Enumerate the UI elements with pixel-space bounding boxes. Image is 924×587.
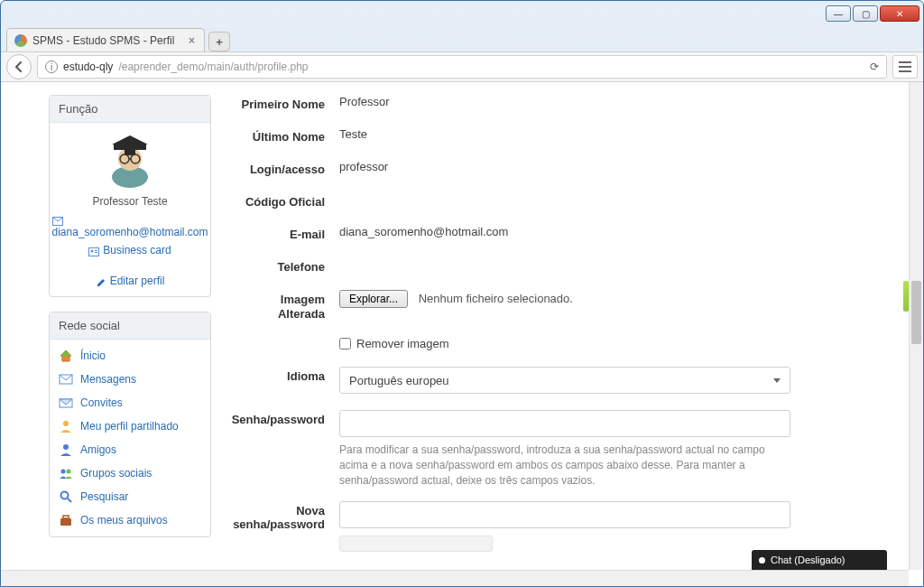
svg-point-18 — [63, 421, 69, 426]
horizontal-scrollbar[interactable] — [1, 570, 909, 586]
mail-icon — [59, 372, 73, 387]
remover-imagem-checkbox[interactable] — [339, 338, 351, 349]
label-imagem: Imagem Alterada — [231, 290, 339, 321]
sidebar-label: Grupos sociais — [80, 467, 152, 480]
svg-point-20 — [61, 470, 66, 474]
svg-rect-12 — [95, 252, 97, 253]
tab-strip: SPMS - Estudo SPMS - Perfil × + — [1, 26, 923, 51]
value-ultimo-nome: Teste — [339, 127, 861, 141]
business-card-text: Business card — [103, 244, 171, 256]
idioma-select[interactable]: Português europeu — [339, 367, 790, 394]
sidebar-label: Convites — [80, 396, 123, 409]
sidebar-item-arquivos[interactable]: Os meus arquivos — [59, 513, 201, 527]
edit-profile-link[interactable]: Editar perfil — [96, 275, 165, 287]
row-email: E-mail diana_soromenho@hotmail.com — [231, 225, 861, 241]
label-remover-imagem: Remover imagem — [356, 337, 449, 350]
close-button[interactable]: ✕ — [880, 5, 919, 22]
arrow-left-icon — [13, 61, 25, 73]
value-email: diana_soromenho@hotmail.com — [339, 225, 861, 238]
toolbar: i estudo-qly/eaprender_demo/main/auth/pr… — [1, 51, 923, 82]
sidebar-item-grupos[interactable]: Grupos sociais — [59, 466, 201, 480]
row-imagem: Imagem Alterada Explorar... Nenhum fiche… — [231, 290, 861, 321]
groups-icon — [59, 466, 73, 480]
svg-point-21 — [67, 470, 71, 474]
profile-email-link[interactable]: diana_soromenho@hotmail.com — [52, 213, 208, 238]
search-icon — [59, 489, 73, 504]
row-login: Login/acesso professor — [231, 160, 861, 176]
window-controls: — ▢ ✕ — [826, 5, 919, 22]
briefcase-icon — [59, 513, 73, 527]
senha-input[interactable] — [339, 410, 790, 437]
value-login: professor — [339, 160, 861, 173]
label-senha: Senha/password — [231, 410, 339, 426]
label-primeiro-nome: Primeiro Nome — [231, 95, 339, 111]
browser-window: — ▢ ✕ SPMS - Estudo SPMS - Perfil × + i … — [0, 0, 924, 587]
value-primeiro-nome: Professor — [339, 95, 861, 108]
card-header-funcao: Função — [50, 96, 210, 123]
edit-icon — [96, 277, 106, 286]
url-path: /eaprender_demo/main/auth/profile.php — [118, 61, 308, 73]
sidebar-item-inicio[interactable]: Ínicio — [59, 349, 201, 363]
edit-profile-text: Editar perfil — [110, 275, 165, 287]
card-rede-social: Rede social Ínicio Mensagens — [49, 312, 211, 537]
card-funcao: Função — [49, 95, 211, 297]
row-nova-senha: Nova senha/password — [231, 501, 861, 552]
nova-senha-input[interactable] — [339, 501, 790, 528]
card-header-rede: Rede social — [50, 312, 210, 340]
profile-email-text: diana_soromenho@hotmail.com — [52, 226, 208, 238]
checkbox-row-remover: Remover imagem — [339, 337, 861, 350]
back-button[interactable] — [6, 54, 32, 79]
profile-form: Primeiro Nome Professor Último Nome Test… — [231, 95, 861, 570]
business-card-link[interactable]: Business card — [88, 244, 171, 256]
sidebar: Função — [49, 95, 211, 570]
sidebar-label: Mensagens — [80, 373, 136, 386]
maximize-button[interactable]: ▢ — [853, 5, 878, 22]
menu-button[interactable] — [892, 55, 918, 79]
label-login: Login/acesso — [231, 160, 339, 176]
svg-line-23 — [68, 498, 71, 502]
reload-icon[interactable]: ⟳ — [870, 61, 879, 73]
file-browse-button[interactable]: Explorar... — [339, 290, 408, 308]
row-remover-imagem: Remover imagem — [231, 337, 861, 350]
row-ultimo-nome: Último Nome Teste — [231, 127, 861, 144]
file-status: Nenhum ficheiro selecionado. — [419, 292, 573, 305]
status-dot-icon — [759, 557, 765, 564]
viewport: Função — [1, 82, 923, 586]
scroll-marker-icon — [903, 281, 909, 312]
sidebar-item-pesquisar[interactable]: Pesquisar — [59, 489, 201, 504]
favicon-icon — [14, 34, 27, 47]
avatar — [101, 132, 159, 190]
sidebar-item-mensagens[interactable]: Mensagens — [59, 372, 201, 387]
minimize-button[interactable]: — — [826, 5, 851, 22]
sidebar-item-amigos[interactable]: Amigos — [59, 443, 201, 457]
profile-user-name: Professor Teste — [92, 195, 167, 208]
sidebar-label: Ínicio — [80, 349, 106, 362]
password-strength-meter — [339, 536, 493, 552]
home-icon — [59, 349, 73, 363]
label-email: E-mail — [231, 225, 339, 241]
row-idioma: Idioma Português europeu — [231, 367, 861, 394]
page-inner: Função — [49, 82, 861, 570]
site-info-icon[interactable]: i — [45, 61, 58, 73]
page: Função — [1, 82, 909, 570]
svg-rect-2 — [114, 144, 146, 150]
idioma-selected-value: Português europeu — [349, 374, 449, 387]
card-body-rede: Ínicio Mensagens Convites — [50, 340, 210, 536]
label-nova-senha: Nova senha/password — [231, 501, 339, 532]
svg-point-22 — [61, 492, 69, 499]
new-tab-button[interactable]: + — [208, 32, 230, 51]
sidebar-label: Amigos — [80, 443, 116, 456]
scrollbar-thumb[interactable] — [911, 281, 921, 344]
sidebar-item-perfil-partilhado[interactable]: Meu perfil partilhado — [59, 419, 201, 433]
address-bar[interactable]: i estudo-qly/eaprender_demo/main/auth/pr… — [37, 55, 887, 79]
sidebar-item-convites[interactable]: Convites — [59, 396, 201, 410]
row-primeiro-nome: Primeiro Nome Professor — [231, 95, 861, 111]
chat-toggle[interactable]: Chat (Desligado) — [752, 550, 887, 570]
vertical-scrollbar[interactable] — [909, 82, 923, 570]
svg-rect-11 — [95, 250, 97, 251]
sidebar-label: Os meus arquivos — [80, 514, 168, 526]
browser-tab[interactable]: SPMS - Estudo SPMS - Perfil × — [6, 28, 205, 51]
tab-close-icon[interactable]: × — [189, 34, 195, 47]
svg-marker-3 — [112, 135, 148, 144]
sidebar-label: Pesquisar — [80, 490, 128, 503]
